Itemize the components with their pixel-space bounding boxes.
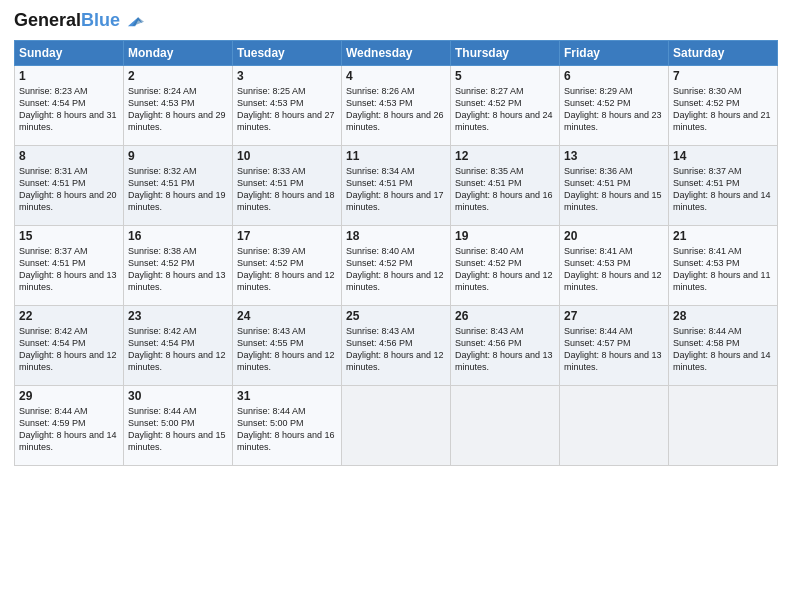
calendar-cell: 3 Sunrise: 8:25 AMSunset: 4:53 PMDayligh… bbox=[233, 66, 342, 146]
calendar-cell: 19 Sunrise: 8:40 AMSunset: 4:52 PMDaylig… bbox=[451, 226, 560, 306]
day-number: 20 bbox=[564, 229, 664, 243]
logo-icon bbox=[122, 10, 144, 32]
cell-info: Sunrise: 8:44 AMSunset: 4:58 PMDaylight:… bbox=[673, 326, 771, 372]
calendar-cell: 4 Sunrise: 8:26 AMSunset: 4:53 PMDayligh… bbox=[342, 66, 451, 146]
cell-info: Sunrise: 8:31 AMSunset: 4:51 PMDaylight:… bbox=[19, 166, 117, 212]
cell-info: Sunrise: 8:24 AMSunset: 4:53 PMDaylight:… bbox=[128, 86, 226, 132]
cell-info: Sunrise: 8:43 AMSunset: 4:56 PMDaylight:… bbox=[346, 326, 444, 372]
calendar-cell: 24 Sunrise: 8:43 AMSunset: 4:55 PMDaylig… bbox=[233, 306, 342, 386]
cell-info: Sunrise: 8:23 AMSunset: 4:54 PMDaylight:… bbox=[19, 86, 117, 132]
cell-info: Sunrise: 8:33 AMSunset: 4:51 PMDaylight:… bbox=[237, 166, 335, 212]
calendar-cell: 9 Sunrise: 8:32 AMSunset: 4:51 PMDayligh… bbox=[124, 146, 233, 226]
day-number: 17 bbox=[237, 229, 337, 243]
day-number: 5 bbox=[455, 69, 555, 83]
weekday-header-row: SundayMondayTuesdayWednesdayThursdayFrid… bbox=[15, 41, 778, 66]
cell-info: Sunrise: 8:41 AMSunset: 4:53 PMDaylight:… bbox=[564, 246, 662, 292]
cell-info: Sunrise: 8:35 AMSunset: 4:51 PMDaylight:… bbox=[455, 166, 553, 212]
weekday-header-cell: Tuesday bbox=[233, 41, 342, 66]
calendar-cell: 1 Sunrise: 8:23 AMSunset: 4:54 PMDayligh… bbox=[15, 66, 124, 146]
cell-info: Sunrise: 8:32 AMSunset: 4:51 PMDaylight:… bbox=[128, 166, 226, 212]
day-number: 16 bbox=[128, 229, 228, 243]
cell-info: Sunrise: 8:44 AMSunset: 5:00 PMDaylight:… bbox=[128, 406, 226, 452]
day-number: 6 bbox=[564, 69, 664, 83]
day-number: 18 bbox=[346, 229, 446, 243]
cell-info: Sunrise: 8:34 AMSunset: 4:51 PMDaylight:… bbox=[346, 166, 444, 212]
calendar-cell: 13 Sunrise: 8:36 AMSunset: 4:51 PMDaylig… bbox=[560, 146, 669, 226]
cell-info: Sunrise: 8:43 AMSunset: 4:56 PMDaylight:… bbox=[455, 326, 553, 372]
cell-info: Sunrise: 8:29 AMSunset: 4:52 PMDaylight:… bbox=[564, 86, 662, 132]
cell-info: Sunrise: 8:42 AMSunset: 4:54 PMDaylight:… bbox=[128, 326, 226, 372]
day-number: 12 bbox=[455, 149, 555, 163]
calendar-cell: 25 Sunrise: 8:43 AMSunset: 4:56 PMDaylig… bbox=[342, 306, 451, 386]
calendar-cell: 5 Sunrise: 8:27 AMSunset: 4:52 PMDayligh… bbox=[451, 66, 560, 146]
day-number: 22 bbox=[19, 309, 119, 323]
calendar-body: 1 Sunrise: 8:23 AMSunset: 4:54 PMDayligh… bbox=[15, 66, 778, 466]
calendar-cell: 11 Sunrise: 8:34 AMSunset: 4:51 PMDaylig… bbox=[342, 146, 451, 226]
logo: GeneralBlue bbox=[14, 10, 144, 32]
calendar-cell: 17 Sunrise: 8:39 AMSunset: 4:52 PMDaylig… bbox=[233, 226, 342, 306]
calendar-cell: 6 Sunrise: 8:29 AMSunset: 4:52 PMDayligh… bbox=[560, 66, 669, 146]
calendar-cell bbox=[342, 386, 451, 466]
cell-info: Sunrise: 8:27 AMSunset: 4:52 PMDaylight:… bbox=[455, 86, 553, 132]
calendar-cell bbox=[669, 386, 778, 466]
day-number: 23 bbox=[128, 309, 228, 323]
day-number: 11 bbox=[346, 149, 446, 163]
calendar-cell: 21 Sunrise: 8:41 AMSunset: 4:53 PMDaylig… bbox=[669, 226, 778, 306]
calendar-cell: 18 Sunrise: 8:40 AMSunset: 4:52 PMDaylig… bbox=[342, 226, 451, 306]
day-number: 27 bbox=[564, 309, 664, 323]
cell-info: Sunrise: 8:44 AMSunset: 5:00 PMDaylight:… bbox=[237, 406, 335, 452]
day-number: 24 bbox=[237, 309, 337, 323]
calendar-week-row: 29 Sunrise: 8:44 AMSunset: 4:59 PMDaylig… bbox=[15, 386, 778, 466]
calendar-week-row: 22 Sunrise: 8:42 AMSunset: 4:54 PMDaylig… bbox=[15, 306, 778, 386]
weekday-header-cell: Sunday bbox=[15, 41, 124, 66]
cell-info: Sunrise: 8:30 AMSunset: 4:52 PMDaylight:… bbox=[673, 86, 771, 132]
day-number: 7 bbox=[673, 69, 773, 83]
calendar-week-row: 8 Sunrise: 8:31 AMSunset: 4:51 PMDayligh… bbox=[15, 146, 778, 226]
calendar-cell: 7 Sunrise: 8:30 AMSunset: 4:52 PMDayligh… bbox=[669, 66, 778, 146]
cell-info: Sunrise: 8:37 AMSunset: 4:51 PMDaylight:… bbox=[19, 246, 117, 292]
calendar-cell: 29 Sunrise: 8:44 AMSunset: 4:59 PMDaylig… bbox=[15, 386, 124, 466]
weekday-header-cell: Wednesday bbox=[342, 41, 451, 66]
header: GeneralBlue bbox=[14, 10, 778, 32]
calendar-week-row: 1 Sunrise: 8:23 AMSunset: 4:54 PMDayligh… bbox=[15, 66, 778, 146]
day-number: 29 bbox=[19, 389, 119, 403]
day-number: 2 bbox=[128, 69, 228, 83]
calendar-cell bbox=[560, 386, 669, 466]
calendar-cell: 20 Sunrise: 8:41 AMSunset: 4:53 PMDaylig… bbox=[560, 226, 669, 306]
cell-info: Sunrise: 8:41 AMSunset: 4:53 PMDaylight:… bbox=[673, 246, 771, 292]
weekday-header-cell: Monday bbox=[124, 41, 233, 66]
cell-info: Sunrise: 8:25 AMSunset: 4:53 PMDaylight:… bbox=[237, 86, 335, 132]
calendar-cell: 23 Sunrise: 8:42 AMSunset: 4:54 PMDaylig… bbox=[124, 306, 233, 386]
cell-info: Sunrise: 8:37 AMSunset: 4:51 PMDaylight:… bbox=[673, 166, 771, 212]
cell-info: Sunrise: 8:38 AMSunset: 4:52 PMDaylight:… bbox=[128, 246, 226, 292]
calendar-cell: 15 Sunrise: 8:37 AMSunset: 4:51 PMDaylig… bbox=[15, 226, 124, 306]
calendar-cell: 12 Sunrise: 8:35 AMSunset: 4:51 PMDaylig… bbox=[451, 146, 560, 226]
day-number: 21 bbox=[673, 229, 773, 243]
calendar-container: GeneralBlue SundayMondayTuesdayWednesday… bbox=[0, 0, 792, 612]
calendar-cell: 31 Sunrise: 8:44 AMSunset: 5:00 PMDaylig… bbox=[233, 386, 342, 466]
day-number: 9 bbox=[128, 149, 228, 163]
day-number: 14 bbox=[673, 149, 773, 163]
weekday-header-cell: Friday bbox=[560, 41, 669, 66]
day-number: 3 bbox=[237, 69, 337, 83]
day-number: 8 bbox=[19, 149, 119, 163]
day-number: 1 bbox=[19, 69, 119, 83]
day-number: 26 bbox=[455, 309, 555, 323]
cell-info: Sunrise: 8:40 AMSunset: 4:52 PMDaylight:… bbox=[455, 246, 553, 292]
weekday-header-cell: Saturday bbox=[669, 41, 778, 66]
calendar-cell: 22 Sunrise: 8:42 AMSunset: 4:54 PMDaylig… bbox=[15, 306, 124, 386]
day-number: 31 bbox=[237, 389, 337, 403]
day-number: 4 bbox=[346, 69, 446, 83]
calendar-cell: 28 Sunrise: 8:44 AMSunset: 4:58 PMDaylig… bbox=[669, 306, 778, 386]
calendar-week-row: 15 Sunrise: 8:37 AMSunset: 4:51 PMDaylig… bbox=[15, 226, 778, 306]
day-number: 25 bbox=[346, 309, 446, 323]
cell-info: Sunrise: 8:42 AMSunset: 4:54 PMDaylight:… bbox=[19, 326, 117, 372]
cell-info: Sunrise: 8:40 AMSunset: 4:52 PMDaylight:… bbox=[346, 246, 444, 292]
calendar-cell: 16 Sunrise: 8:38 AMSunset: 4:52 PMDaylig… bbox=[124, 226, 233, 306]
calendar-cell: 10 Sunrise: 8:33 AMSunset: 4:51 PMDaylig… bbox=[233, 146, 342, 226]
day-number: 30 bbox=[128, 389, 228, 403]
cell-info: Sunrise: 8:36 AMSunset: 4:51 PMDaylight:… bbox=[564, 166, 662, 212]
calendar-cell: 14 Sunrise: 8:37 AMSunset: 4:51 PMDaylig… bbox=[669, 146, 778, 226]
day-number: 28 bbox=[673, 309, 773, 323]
day-number: 13 bbox=[564, 149, 664, 163]
